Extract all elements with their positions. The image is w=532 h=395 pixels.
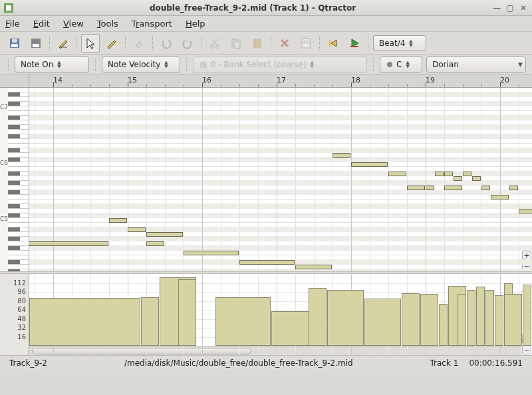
- midi-note[interactable]: [295, 265, 332, 269]
- redo-button[interactable]: [178, 34, 197, 53]
- menu-tools[interactable]: Tools: [97, 19, 118, 29]
- midi-note[interactable]: [239, 260, 295, 265]
- midi-note[interactable]: [184, 251, 239, 255]
- snap-combo-label: Beat/4: [379, 39, 405, 48]
- edit-mode-button[interactable]: [54, 34, 72, 53]
- param-combo[interactable]: 0 - Bank Select (coarse) ▲▼: [193, 57, 367, 72]
- midi-note[interactable]: [109, 218, 127, 223]
- velocity-bar[interactable]: [141, 297, 159, 346]
- velocity-bar[interactable]: [420, 294, 438, 346]
- status-time: 00:00:16.591: [464, 358, 528, 368]
- note-grid[interactable]: + −: [29, 88, 532, 271]
- draw-tool[interactable]: [102, 34, 121, 53]
- time-ruler[interactable]: 14151617181920: [29, 74, 532, 87]
- cut-button[interactable]: [205, 34, 224, 53]
- midi-note[interactable]: [509, 186, 518, 190]
- maximize-button[interactable]: ▢: [505, 3, 515, 13]
- ruler-bar-label: 14: [53, 76, 63, 84]
- midi-note[interactable]: [29, 241, 108, 246]
- velocity-bar[interactable]: [485, 290, 494, 346]
- midi-note[interactable]: [472, 176, 481, 181]
- snap-combo[interactable]: Beat/4 ▲▼: [373, 35, 426, 51]
- velocity-bar[interactable]: [458, 294, 466, 346]
- save-as-button[interactable]: [5, 34, 24, 53]
- erase-tool[interactable]: [130, 34, 148, 53]
- minimize-button[interactable]: —: [492, 3, 501, 13]
- svg-line-11: [211, 39, 217, 45]
- velocity-bar[interactable]: [439, 304, 448, 346]
- velocity-bar[interactable]: [523, 285, 531, 346]
- velocity-lane[interactable]: + −: [29, 274, 532, 355]
- piano-keyboard[interactable]: C4C5C6C7: [0, 88, 29, 271]
- ruler-bar-label: 20: [500, 76, 509, 84]
- event-toolbar: Note On ▲▼ Note Velocity ▲▼ 0 - Bank Sel…: [0, 55, 532, 74]
- play-button[interactable]: [345, 34, 364, 53]
- velocity-bar[interactable]: [309, 288, 327, 346]
- midi-note[interactable]: [146, 232, 183, 237]
- properties-button[interactable]: [297, 34, 315, 53]
- midi-note[interactable]: [128, 227, 146, 232]
- midi-note[interactable]: [351, 162, 388, 167]
- status-path: /media/disk/Music/double_free/double_fre…: [53, 358, 425, 368]
- scrollbar-thumb[interactable]: [32, 348, 251, 354]
- main-toolbar: Beat/4 ▲▼: [0, 32, 532, 55]
- velocity-bar[interactable]: [495, 295, 503, 346]
- velocity-bar[interactable]: [29, 298, 140, 346]
- midi-note[interactable]: [407, 186, 425, 190]
- copy-button[interactable]: [227, 34, 245, 53]
- velocity-bar[interactable]: [178, 279, 196, 346]
- key-combo[interactable]: C ▲▼: [380, 57, 422, 72]
- paste-button[interactable]: [248, 34, 267, 53]
- window-title: double_free-Track_9-2.mid (Track 1) - Qt…: [17, 3, 488, 13]
- menu-file[interactable]: File: [5, 19, 20, 29]
- midi-note[interactable]: [426, 186, 434, 190]
- value-type-combo[interactable]: Note Velocity ▲▼: [102, 57, 180, 72]
- titlebar: double_free-Track_9-2.mid (Track 1) - Qt…: [0, 0, 532, 16]
- undo-button[interactable]: [157, 34, 176, 53]
- velocity-tick-label: 64: [17, 306, 26, 313]
- close-button[interactable]: ✕: [519, 3, 528, 13]
- scale-label: Dorian: [432, 60, 459, 69]
- delete-button[interactable]: [275, 34, 294, 53]
- zoom-in-v-button[interactable]: +: [522, 251, 531, 260]
- svg-point-9: [216, 45, 219, 48]
- menu-help[interactable]: Help: [186, 19, 205, 29]
- menu-edit[interactable]: Edit: [33, 19, 50, 29]
- save-button[interactable]: [27, 34, 45, 53]
- midi-note[interactable]: [388, 172, 406, 176]
- menu-view[interactable]: View: [63, 19, 84, 29]
- midi-note[interactable]: [146, 241, 164, 246]
- event-type-combo[interactable]: Note On ▲▼: [15, 57, 89, 72]
- midi-note[interactable]: [454, 176, 462, 181]
- event-type-label: Note On: [21, 60, 53, 69]
- midi-note[interactable]: [444, 186, 462, 190]
- rewind-button[interactable]: [324, 34, 342, 53]
- velocity-bar[interactable]: [504, 294, 522, 346]
- midi-note[interactable]: [519, 209, 532, 213]
- velocity-bar[interactable]: [215, 297, 271, 346]
- velocity-axis: 112968064483216: [0, 274, 29, 355]
- midi-note[interactable]: [481, 186, 490, 190]
- menu-transport[interactable]: Transport: [132, 19, 172, 29]
- pointer-tool[interactable]: [81, 34, 100, 53]
- midi-note[interactable]: [491, 195, 509, 199]
- key-label: C: [396, 60, 402, 69]
- velocity-bar[interactable]: [364, 299, 401, 346]
- midi-note[interactable]: [444, 172, 453, 176]
- velocity-bar[interactable]: [327, 290, 364, 346]
- svg-rect-6: [33, 44, 39, 47]
- scale-combo[interactable]: Dorian ▼: [426, 57, 526, 72]
- ruler-bar-label: 17: [277, 76, 286, 84]
- midi-note[interactable]: [332, 153, 350, 158]
- horizontal-scrollbar[interactable]: [29, 346, 521, 355]
- velocity-bar[interactable]: [402, 293, 420, 346]
- midi-note[interactable]: [463, 172, 471, 176]
- velocity-bar[interactable]: [476, 287, 485, 346]
- svg-point-8: [211, 45, 214, 48]
- ruler-bar-label: 16: [202, 76, 211, 84]
- midi-note[interactable]: [435, 172, 444, 176]
- velocity-bar[interactable]: [467, 290, 475, 346]
- zoom-out-h-button[interactable]: −: [522, 345, 531, 354]
- param-label: 0 - Bank Select (coarse): [211, 60, 307, 69]
- ruler-bar-label: 15: [128, 76, 137, 84]
